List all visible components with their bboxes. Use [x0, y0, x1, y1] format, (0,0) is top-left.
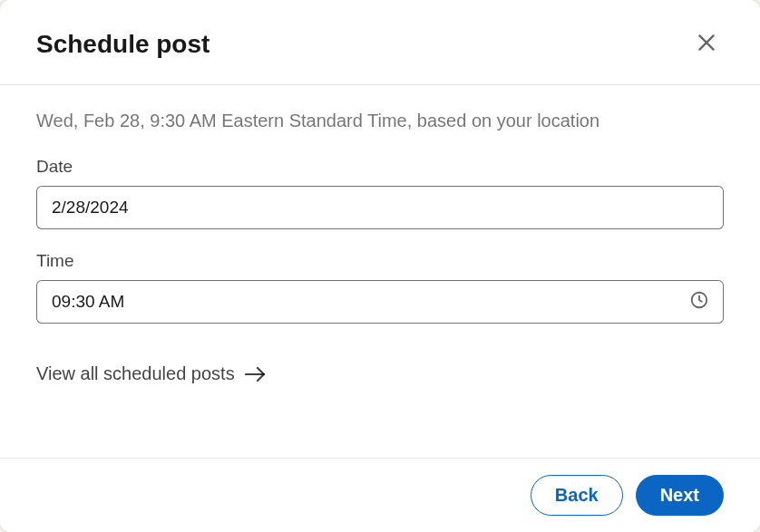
- modal-footer: Back Next: [0, 458, 760, 532]
- date-label: Date: [36, 157, 724, 177]
- view-scheduled-link[interactable]: View all scheduled posts: [36, 363, 724, 384]
- close-icon: [695, 31, 718, 57]
- close-button[interactable]: [689, 25, 724, 63]
- modal-header: Schedule post: [0, 0, 760, 85]
- time-input[interactable]: [36, 280, 724, 324]
- date-input[interactable]: [36, 186, 724, 229]
- view-scheduled-label: View all scheduled posts: [36, 363, 235, 384]
- schedule-summary: Wed, Feb 28, 9:30 AM Eastern Standard Ti…: [36, 111, 724, 131]
- modal-title: Schedule post: [36, 30, 209, 59]
- arrow-right-icon: [244, 365, 268, 383]
- modal-body: Wed, Feb 28, 9:30 AM Eastern Standard Ti…: [0, 85, 760, 458]
- date-group: Date: [36, 157, 724, 229]
- back-button[interactable]: Back: [531, 475, 623, 516]
- time-group: Time: [36, 251, 724, 324]
- time-input-wrap: [36, 280, 724, 324]
- next-button[interactable]: Next: [636, 475, 724, 516]
- date-input-wrap: [36, 186, 724, 229]
- schedule-post-modal: Schedule post Wed, Feb 28, 9:30 AM Easte…: [0, 0, 760, 532]
- time-label: Time: [36, 251, 724, 271]
